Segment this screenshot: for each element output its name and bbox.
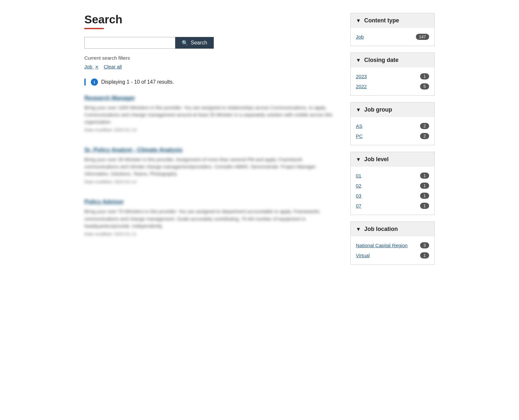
filter-row-2022: 2022 5 — [356, 81, 429, 91]
search-icon: 🔍 — [182, 40, 188, 46]
info-icon: i — [91, 78, 98, 86]
filter-badge-01: 1 — [420, 173, 429, 179]
filter-badge-pc: 2 — [420, 133, 429, 139]
filter-link-01[interactable]: 01 — [356, 173, 361, 178]
filter-row-03: 03 1 — [356, 191, 429, 201]
filter-badge-07: 1 — [420, 203, 429, 209]
left-border-bar — [84, 78, 86, 86]
filter-link-pc[interactable]: PC — [356, 133, 363, 139]
filter-row-virtual: Virtual 1 — [356, 250, 429, 260]
filter-badge-virtual: 1 — [420, 252, 429, 258]
main-content: Search 🔍 Search Current search filters J… — [84, 13, 337, 271]
results-list: Research Manager Bring your over 1000 Mi… — [84, 95, 337, 239]
sidebar: ▼ Content type Job 147 ▼ Closing date 20… — [350, 13, 435, 271]
filter-panel-header-content-type: ▼ Content type — [351, 13, 434, 28]
filter-row-02: 02 1 — [356, 181, 429, 191]
filter-panel-job-location: ▼ Job location National Capital Region 3… — [350, 222, 435, 265]
search-input[interactable] — [84, 37, 175, 49]
filter-row-job: Job 147 — [356, 32, 429, 42]
filter-badge-2022: 5 — [420, 83, 429, 90]
current-filters-label: Current search filters — [84, 55, 337, 61]
result-item-3: Policy Advisor Bring your over 70 Minist… — [84, 198, 337, 239]
results-text: Displaying 1 - 10 of 147 results. — [101, 79, 174, 85]
filter-panel-body-job-level: 01 1 02 1 03 1 07 1 — [351, 167, 434, 215]
filter-badge-03: 1 — [420, 193, 429, 199]
result-body-2: Bring your over 35 Minister in this prov… — [84, 156, 337, 177]
filter-badge-job: 147 — [416, 34, 429, 40]
filter-panel-job-level: ▼ Job level 01 1 02 1 03 1 07 1 — [350, 152, 435, 215]
filter-link-as[interactable]: AS — [356, 123, 362, 129]
results-info-wrapper: i Displaying 1 - 10 of 147 results. — [84, 78, 337, 86]
filter-link-2022[interactable]: 2022 — [356, 84, 367, 89]
filter-row-pc: PC 2 — [356, 131, 429, 141]
search-bar: 🔍 Search — [84, 37, 337, 49]
filter-panel-body-content-type: Job 147 — [351, 28, 434, 46]
result-item-2: Sr. Policy Analyst - Climate Analysis Br… — [84, 147, 337, 187]
filter-panel-header-job-group: ▼ Job group — [351, 102, 434, 117]
filter-link-2023[interactable]: 2023 — [356, 74, 367, 79]
filter-panel-header-job-level: ▼ Job level — [351, 152, 434, 167]
filter-badge-2023: 1 — [420, 73, 429, 79]
filter-panel-header-closing-date: ▼ Closing date — [351, 53, 434, 67]
title-underline — [84, 28, 104, 29]
result-title-2[interactable]: Sr. Policy Analyst - Climate Analysis — [84, 147, 337, 153]
filter-panel-header-job-location: ▼ Job location — [351, 222, 434, 236]
filter-badge-ncr: 3 — [420, 242, 429, 248]
filter-row-ncr: National Capital Region 3 — [356, 240, 429, 250]
result-body-3: Bring your over 70 Ministers in this pro… — [84, 208, 337, 229]
result-meta-1: Date modified: 2023-01-13 — [84, 127, 337, 132]
filter-badge-02: 1 — [420, 183, 429, 189]
filter-panel-body-job-location: National Capital Region 3 Virtual 1 — [351, 236, 434, 264]
filter-panel-closing-date: ▼ Closing date 2023 1 2022 5 — [350, 53, 435, 96]
filter-icon-job-location: ▼ — [356, 226, 361, 232]
page-title: Search — [84, 13, 337, 26]
filter-icon-content-type: ▼ — [356, 18, 361, 24]
filter-tags: Job ✕ Clear all — [84, 64, 337, 69]
filter-badge-as: 2 — [420, 123, 429, 129]
result-body-1: Bring your over 1000 Ministers in this p… — [84, 104, 337, 126]
filter-link-job[interactable]: Job — [356, 34, 364, 40]
result-item-1: Research Manager Bring your over 1000 Mi… — [84, 95, 337, 135]
filter-panel-content-type: ▼ Content type Job 147 — [350, 13, 435, 46]
result-meta-3: Date modified: 2023-01-11 — [84, 232, 337, 236]
result-title-1[interactable]: Research Manager — [84, 95, 337, 102]
filter-link-02[interactable]: 02 — [356, 183, 361, 188]
remove-filter-icon[interactable]: ✕ — [95, 65, 99, 69]
filter-link-ncr[interactable]: National Capital Region — [356, 243, 408, 248]
filter-icon-closing-date: ▼ — [356, 57, 361, 63]
filter-link-07[interactable]: 07 — [356, 203, 361, 209]
clear-all-link[interactable]: Clear all — [104, 64, 122, 69]
filter-row-01: 01 1 — [356, 171, 429, 181]
result-meta-2: Date modified: 2023-01-12 — [84, 179, 337, 184]
filter-row-as: AS 2 — [356, 121, 429, 131]
result-title-3[interactable]: Policy Advisor — [84, 198, 337, 205]
filter-row-2023: 2023 1 — [356, 71, 429, 81]
filter-panel-body-closing-date: 2023 1 2022 5 — [351, 67, 434, 95]
filter-link-virtual[interactable]: Virtual — [356, 253, 370, 258]
filter-icon-job-group: ▼ — [356, 107, 361, 113]
filter-row-07: 07 1 — [356, 201, 429, 211]
filter-link-03[interactable]: 03 — [356, 193, 361, 198]
filter-icon-job-level: ▼ — [356, 157, 361, 162]
filter-panel-body-job-group: AS 2 PC 2 — [351, 117, 434, 145]
active-filter-job[interactable]: Job ✕ — [84, 64, 99, 69]
search-button[interactable]: 🔍 Search — [175, 37, 214, 49]
info-row: i Displaying 1 - 10 of 147 results. — [91, 78, 174, 86]
filter-panel-job-group: ▼ Job group AS 2 PC 2 — [350, 102, 435, 145]
